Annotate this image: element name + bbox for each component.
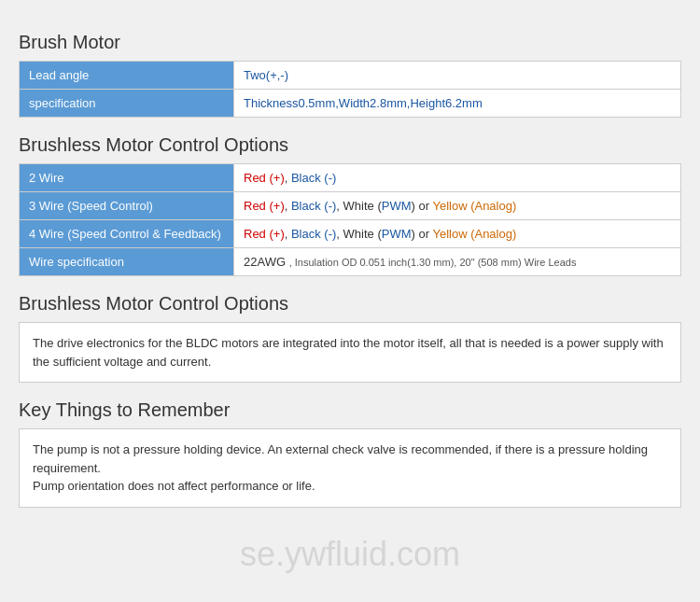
two-wire-value: Red (+), Black (-) — [234, 164, 681, 192]
table-row: 3 Wire (Speed Control) Red (+), Black (-… — [20, 192, 681, 220]
specification-label: specification — [20, 90, 234, 118]
four-wire-yellow: Yellow (Analog) — [432, 227, 516, 241]
brushless-motor-table: 2 Wire Red (+), Black (-) 3 Wire (Speed … — [19, 163, 681, 276]
brushless-description-box: The drive electronics for the BLDC motor… — [19, 322, 681, 383]
brushless-description-title: Brushless Motor Control Options — [19, 293, 681, 315]
two-wire-red: Red (+) — [244, 171, 285, 185]
key-things-box: The pump is not a pressure holding devic… — [19, 428, 681, 508]
four-wire-value: Red (+), Black (-), White (PWM) or Yello… — [234, 220, 681, 248]
lead-angle-label: Lead angle — [20, 62, 234, 90]
three-wire-yellow: Yellow (Analog) — [432, 199, 516, 213]
four-wire-black: Black (-) — [291, 227, 336, 241]
specification-value: Thickness0.5mm,Width2.8mm,Height6.2mm — [234, 90, 681, 118]
three-wire-white: White ( — [343, 199, 382, 213]
table-row: specification Thickness0.5mm,Width2.8mm,… — [20, 90, 681, 118]
wire-spec-text: 22AWG — [244, 255, 286, 269]
wire-spec-detail: , Insulation OD 0.051 inch(1.30 mm), 20"… — [289, 257, 577, 268]
brushless-options-title: Brushless Motor Control Options — [19, 134, 681, 156]
lead-angle-text: Two(+,-) — [244, 68, 288, 82]
key-things-title: Key Things to Remember — [19, 399, 681, 421]
four-wire-red: Red (+) — [244, 227, 285, 241]
brushless-description-text: The drive electronics for the BLDC motor… — [33, 334, 667, 371]
brush-motor-title: Brush Motor — [19, 32, 681, 53]
three-wire-pwm: PWM — [382, 199, 412, 213]
key-things-line-2: Pump orientation does not affect perform… — [33, 477, 667, 496]
two-wire-label: 2 Wire — [20, 164, 234, 192]
three-wire-red: Red (+) — [244, 199, 285, 213]
wire-spec-label: Wire specification — [20, 248, 234, 276]
watermark: se.ywfluid.com — [240, 535, 460, 574]
two-wire-black: Black (-) — [291, 171, 336, 185]
four-wire-label: 4 Wire (Speed Control & Feedback) — [20, 220, 234, 248]
table-row: 4 Wire (Speed Control & Feedback) Red (+… — [20, 220, 681, 248]
lead-angle-value: Two(+,-) — [234, 62, 681, 90]
table-row: 2 Wire Red (+), Black (-) — [20, 164, 681, 192]
three-wire-label: 3 Wire (Speed Control) — [20, 192, 234, 220]
specification-text: Thickness0.5mm,Width2.8mm,Height6.2mm — [244, 96, 483, 110]
key-things-line-1: The pump is not a pressure holding devic… — [33, 441, 667, 477]
three-wire-or: ) or — [412, 199, 433, 213]
table-row: Wire specification 22AWG , Insulation OD… — [20, 248, 681, 276]
three-wire-black: Black (-) — [291, 199, 336, 213]
three-wire-value: Red (+), Black (-), White (PWM) or Yello… — [234, 192, 681, 220]
brush-motor-table: Lead angle Two(+,-) specification Thickn… — [19, 61, 681, 118]
four-wire-white: White ( — [343, 227, 382, 241]
four-wire-or: ) or — [412, 227, 433, 241]
four-wire-pwm: PWM — [382, 227, 412, 241]
wire-spec-value: 22AWG , Insulation OD 0.051 inch(1.30 mm… — [234, 248, 681, 276]
table-row: Lead angle Two(+,-) — [20, 62, 681, 90]
